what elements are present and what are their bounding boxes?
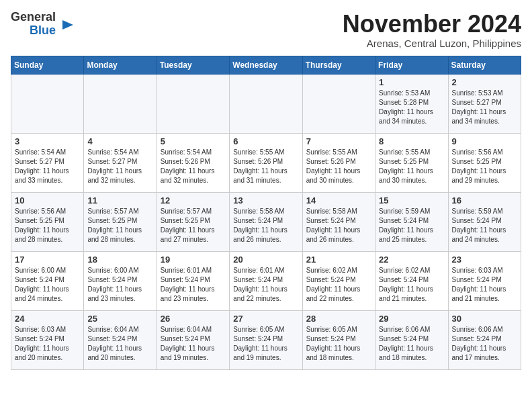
calendar-day-cell: 11Sunrise: 5:57 AM Sunset: 5:25 PM Dayli… (84, 192, 157, 251)
day-of-week-header: Tuesday (157, 56, 229, 74)
day-number: 9 (452, 136, 517, 146)
logo-general: General (11, 11, 56, 24)
calendar-day-cell: 25Sunrise: 6:04 AM Sunset: 5:24 PM Dayli… (84, 310, 157, 369)
day-info: Sunrise: 5:57 AM Sunset: 5:25 PM Dayligh… (161, 207, 226, 244)
calendar-day-cell: 17Sunrise: 6:00 AM Sunset: 5:24 PM Dayli… (11, 251, 84, 310)
calendar-week-row: 1Sunrise: 5:53 AM Sunset: 5:28 PM Daylig… (11, 74, 521, 133)
day-info: Sunrise: 6:00 AM Sunset: 5:24 PM Dayligh… (87, 266, 152, 304)
page-header: General Blue November 2024 Arenas, Centr… (11, 11, 521, 49)
day-info: Sunrise: 5:58 AM Sunset: 5:24 PM Dayligh… (306, 207, 371, 244)
month-title: November 2024 (343, 11, 521, 38)
calendar-day-cell: 14Sunrise: 5:58 AM Sunset: 5:24 PM Dayli… (302, 192, 375, 251)
calendar-day-cell: 15Sunrise: 5:59 AM Sunset: 5:24 PM Dayli… (375, 192, 448, 251)
day-number: 1 (379, 77, 444, 87)
calendar-day-cell (302, 74, 375, 133)
day-number: 21 (306, 255, 371, 265)
calendar-day-cell: 20Sunrise: 6:01 AM Sunset: 5:24 PM Dayli… (230, 251, 302, 310)
day-number: 29 (379, 314, 444, 324)
day-info: Sunrise: 6:05 AM Sunset: 5:24 PM Dayligh… (306, 325, 371, 363)
day-number: 13 (233, 195, 298, 205)
day-number: 15 (379, 195, 444, 205)
day-info: Sunrise: 6:01 AM Sunset: 5:24 PM Dayligh… (233, 266, 298, 304)
day-number: 16 (452, 195, 517, 205)
calendar-day-cell: 23Sunrise: 6:03 AM Sunset: 5:24 PM Dayli… (448, 251, 521, 310)
calendar-day-cell: 9Sunrise: 5:56 AM Sunset: 5:25 PM Daylig… (448, 133, 521, 192)
calendar-day-cell (157, 74, 229, 133)
day-info: Sunrise: 5:56 AM Sunset: 5:25 PM Dayligh… (15, 207, 80, 244)
day-info: Sunrise: 5:57 AM Sunset: 5:25 PM Dayligh… (87, 207, 152, 244)
day-info: Sunrise: 5:56 AM Sunset: 5:25 PM Dayligh… (452, 148, 517, 185)
calendar-day-cell: 13Sunrise: 5:58 AM Sunset: 5:24 PM Dayli… (230, 192, 302, 251)
calendar-day-cell: 28Sunrise: 6:05 AM Sunset: 5:24 PM Dayli… (302, 310, 375, 369)
day-info: Sunrise: 5:53 AM Sunset: 5:27 PM Dayligh… (452, 89, 517, 126)
calendar-day-cell: 2Sunrise: 5:53 AM Sunset: 5:27 PM Daylig… (448, 74, 521, 133)
calendar-day-cell: 16Sunrise: 5:59 AM Sunset: 5:24 PM Dayli… (448, 192, 521, 251)
day-info: Sunrise: 6:00 AM Sunset: 5:24 PM Dayligh… (15, 266, 80, 304)
calendar-week-row: 17Sunrise: 6:00 AM Sunset: 5:24 PM Dayli… (11, 251, 521, 310)
day-info: Sunrise: 6:04 AM Sunset: 5:24 PM Dayligh… (161, 325, 226, 363)
day-number: 12 (161, 195, 226, 205)
day-number: 24 (15, 314, 80, 324)
day-info: Sunrise: 6:05 AM Sunset: 5:24 PM Dayligh… (233, 325, 298, 363)
logo: General Blue (11, 11, 75, 38)
calendar-day-cell: 30Sunrise: 6:06 AM Sunset: 5:24 PM Dayli… (448, 310, 521, 369)
logo-blue: Blue (30, 24, 56, 38)
day-info: Sunrise: 6:02 AM Sunset: 5:24 PM Dayligh… (306, 266, 371, 304)
day-number: 4 (87, 136, 152, 146)
title-block: November 2024 Arenas, Central Luzon, Phi… (343, 11, 521, 49)
day-number: 27 (233, 314, 298, 324)
day-of-week-header: Friday (375, 56, 448, 74)
logo-arrow-icon (60, 17, 75, 32)
day-number: 11 (87, 195, 152, 205)
day-number: 26 (161, 314, 226, 324)
day-info: Sunrise: 5:55 AM Sunset: 5:25 PM Dayligh… (379, 148, 444, 185)
calendar-week-row: 10Sunrise: 5:56 AM Sunset: 5:25 PM Dayli… (11, 192, 521, 251)
calendar-day-cell (230, 74, 302, 133)
day-number: 6 (233, 136, 298, 146)
calendar-day-cell: 3Sunrise: 5:54 AM Sunset: 5:27 PM Daylig… (11, 133, 84, 192)
calendar-header-row: SundayMondayTuesdayWednesdayThursdayFrid… (11, 56, 521, 74)
day-info: Sunrise: 6:02 AM Sunset: 5:24 PM Dayligh… (379, 266, 444, 304)
calendar-day-cell: 21Sunrise: 6:02 AM Sunset: 5:24 PM Dayli… (302, 251, 375, 310)
day-number: 2 (452, 77, 517, 87)
day-number: 30 (452, 314, 517, 324)
location: Arenas, Central Luzon, Philippines (343, 38, 521, 49)
day-number: 5 (161, 136, 226, 146)
calendar-day-cell: 19Sunrise: 6:01 AM Sunset: 5:24 PM Dayli… (157, 251, 229, 310)
day-info: Sunrise: 5:55 AM Sunset: 5:26 PM Dayligh… (233, 148, 298, 185)
day-number: 7 (306, 136, 371, 146)
calendar-day-cell: 1Sunrise: 5:53 AM Sunset: 5:28 PM Daylig… (375, 74, 448, 133)
day-of-week-header: Thursday (302, 56, 375, 74)
day-info: Sunrise: 6:04 AM Sunset: 5:24 PM Dayligh… (87, 325, 152, 363)
svg-marker-0 (62, 20, 73, 30)
calendar-day-cell: 10Sunrise: 5:56 AM Sunset: 5:25 PM Dayli… (11, 192, 84, 251)
calendar-day-cell: 29Sunrise: 6:06 AM Sunset: 5:24 PM Dayli… (375, 310, 448, 369)
day-info: Sunrise: 6:01 AM Sunset: 5:24 PM Dayligh… (161, 266, 226, 304)
day-info: Sunrise: 5:59 AM Sunset: 5:24 PM Dayligh… (452, 207, 517, 244)
calendar-table: SundayMondayTuesdayWednesdayThursdayFrid… (11, 56, 521, 370)
day-of-week-header: Sunday (11, 56, 84, 74)
day-number: 28 (306, 314, 371, 324)
day-of-week-header: Saturday (448, 56, 521, 74)
day-of-week-header: Monday (84, 56, 157, 74)
day-number: 10 (15, 195, 80, 205)
day-number: 19 (161, 255, 226, 265)
day-number: 22 (379, 255, 444, 265)
calendar-week-row: 3Sunrise: 5:54 AM Sunset: 5:27 PM Daylig… (11, 133, 521, 192)
day-info: Sunrise: 5:54 AM Sunset: 5:26 PM Dayligh… (161, 148, 226, 185)
day-number: 3 (15, 136, 80, 146)
calendar-day-cell: 27Sunrise: 6:05 AM Sunset: 5:24 PM Dayli… (230, 310, 302, 369)
day-info: Sunrise: 6:03 AM Sunset: 5:24 PM Dayligh… (452, 266, 517, 304)
calendar-day-cell: 6Sunrise: 5:55 AM Sunset: 5:26 PM Daylig… (230, 133, 302, 192)
day-info: Sunrise: 6:06 AM Sunset: 5:24 PM Dayligh… (379, 325, 444, 363)
day-info: Sunrise: 6:03 AM Sunset: 5:24 PM Dayligh… (15, 325, 80, 363)
calendar-day-cell (84, 74, 157, 133)
day-number: 8 (379, 136, 444, 146)
day-number: 23 (452, 255, 517, 265)
day-info: Sunrise: 5:55 AM Sunset: 5:26 PM Dayligh… (306, 148, 371, 185)
day-info: Sunrise: 5:59 AM Sunset: 5:24 PM Dayligh… (379, 207, 444, 244)
calendar-day-cell: 4Sunrise: 5:54 AM Sunset: 5:27 PM Daylig… (84, 133, 157, 192)
day-number: 20 (233, 255, 298, 265)
day-number: 14 (306, 195, 371, 205)
day-info: Sunrise: 5:58 AM Sunset: 5:24 PM Dayligh… (233, 207, 298, 244)
